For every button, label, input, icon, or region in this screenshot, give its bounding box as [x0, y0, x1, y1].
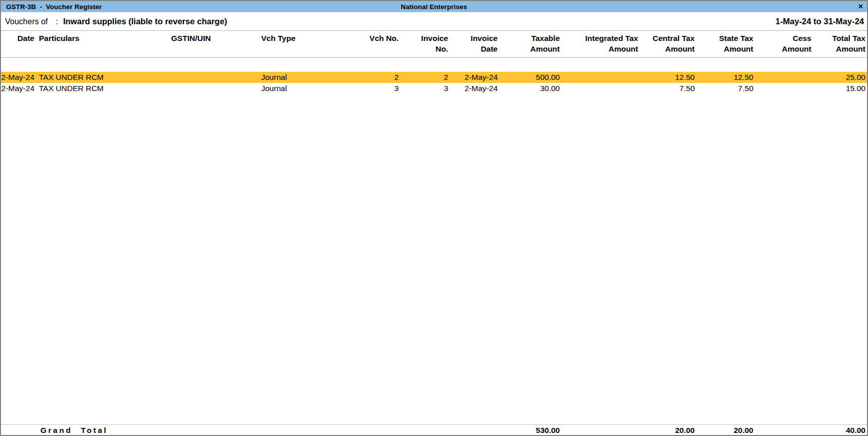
header-gap [1, 58, 867, 72]
cell-central: 7.50 [640, 83, 696, 94]
column-header-invoice-date: Invoice Date [450, 33, 499, 57]
cell-date: 2-May-24 [1, 72, 36, 83]
cell-vch-type: Journal [225, 83, 299, 94]
table-row[interactable]: 2-May-24 TAX UNDER RCM Journal 3 3 2-May… [1, 83, 867, 94]
table-header-row: Date Particulars GSTIN/UIN Vch Type Vch … [1, 30, 867, 58]
cell-invoice-no: 3 [400, 83, 450, 94]
cell-invoice-no: 2 [400, 72, 450, 83]
titlebar: GSTR-3B - Voucher Register National Ente… [1, 1, 867, 12]
cell-central: 12.50 [640, 72, 696, 83]
column-header-particulars: Particulars [36, 33, 157, 57]
cell-total: 25.00 [813, 72, 867, 83]
vouchers-of-label: Vouchers of [5, 17, 48, 26]
cell-vch-no: 3 [299, 83, 400, 94]
colon-separator: : [56, 17, 58, 26]
voucher-category-value: Inward supplies (liable to reverse charg… [63, 17, 227, 26]
column-header-taxable-amount: Taxable Amount [499, 33, 561, 57]
grand-total-central: 20.00 [640, 425, 696, 435]
window-title: GSTR-3B - Voucher Register [6, 3, 102, 11]
table-row[interactable]: 2-May-24 TAX UNDER RCM Journal 2 2 2-May… [1, 72, 867, 83]
grand-total-state: 20.00 [696, 425, 755, 435]
grand-total-taxable: 530.00 [499, 425, 561, 435]
column-header-central-tax: Central Tax Amount [640, 33, 696, 57]
report-subheader: Vouchers of : Inward supplies (liable to… [1, 12, 867, 30]
grand-total-row: Grand Total 530.00 20.00 20.00 40.00 [1, 424, 867, 435]
column-header-vch-no: Vch No. [299, 33, 400, 57]
company-name: National Enterprises [1, 3, 867, 11]
cell-state: 7.50 [696, 83, 755, 94]
cell-state: 12.50 [696, 72, 755, 83]
cell-invoice-date: 2-May-24 [450, 72, 499, 83]
column-header-total-tax: Total Tax Amount [813, 33, 867, 57]
close-icon[interactable]: × [858, 3, 863, 11]
cell-particulars: TAX UNDER RCM [36, 83, 157, 94]
grand-total-total: 40.00 [813, 425, 867, 435]
cell-particulars: TAX UNDER RCM [36, 72, 157, 83]
cell-date: 2-May-24 [1, 83, 36, 94]
cell-vch-no: 2 [299, 72, 400, 83]
cell-vch-type: Journal [225, 72, 299, 83]
vouchers-of-line: Vouchers of : Inward supplies (liable to… [5, 17, 227, 26]
column-header-invoice-no: Invoice No. [400, 33, 450, 57]
column-header-date: Date [1, 33, 36, 57]
column-header-gstin: GSTIN/UIN [157, 33, 225, 57]
voucher-register-window: GSTR-3B - Voucher Register National Ente… [0, 0, 868, 436]
cell-taxable: 500.00 [499, 72, 561, 83]
column-header-vch-type: Vch Type [225, 33, 299, 57]
column-header-integrated-tax: Integrated Tax Amount [561, 33, 640, 57]
report-period: 1-May-24 to 31-May-24 [776, 17, 864, 26]
column-header-cess: Cess Amount [755, 33, 813, 57]
cell-invoice-date: 2-May-24 [450, 83, 499, 94]
cell-total: 15.00 [813, 83, 867, 94]
empty-body-area [1, 94, 867, 424]
cell-taxable: 30.00 [499, 83, 561, 94]
column-header-state-tax: State Tax Amount [696, 33, 755, 57]
grand-total-label: Grand Total [1, 425, 299, 435]
